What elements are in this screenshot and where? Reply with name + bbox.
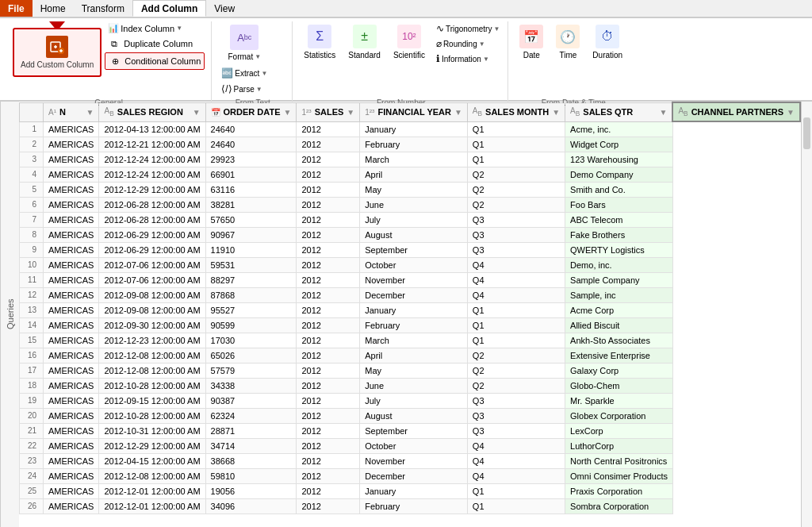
order-date-filter[interactable]: ▼ xyxy=(283,108,291,117)
table-row: 14AMERICAS2012-09-30 12:00:00 AM90599201… xyxy=(20,317,801,333)
index-column-button[interactable]: 📊 Index Column ▼ xyxy=(105,21,205,35)
parse-button[interactable]: ⟨/⟩ Parse ▼ xyxy=(218,82,270,96)
conditional-column-button[interactable]: ⊕ Conditional Column xyxy=(105,52,205,70)
col-header-sales[interactable]: 1²³ SALES ▼ xyxy=(297,102,360,121)
table-cell: Q2 xyxy=(467,378,565,393)
table-cell: Galaxy Corp xyxy=(565,363,673,378)
table-cell: Q2 xyxy=(467,363,565,378)
menu-view[interactable]: View xyxy=(206,0,243,17)
table-cell: Omni Consimer Products xyxy=(565,468,673,483)
sales-region-filter[interactable]: ▼ xyxy=(193,108,201,117)
channel-partners-filter[interactable]: ▼ xyxy=(787,108,795,117)
table-row: 9AMERICAS2012-06-29 12:00:00 AM119102012… xyxy=(20,242,801,257)
table-cell: 2012-12-29 12:00:00 AM xyxy=(99,182,205,197)
col-header-n[interactable]: A¹ N ▼ xyxy=(44,102,99,121)
table-row: 8AMERICAS2012-06-29 12:00:00 AM909672012… xyxy=(20,227,801,242)
table-cell: July xyxy=(360,393,468,408)
table-cell: AMERICAS xyxy=(44,423,99,438)
round-icon: ⌀ xyxy=(436,38,442,49)
scientific-button[interactable]: 10² Scientific xyxy=(389,21,430,63)
col-header-order-date[interactable]: 📅 ORDER DATE ▼ xyxy=(205,102,297,121)
extract-button[interactable]: 🔤 Extract ▼ xyxy=(218,66,270,80)
table-cell: AMERICAS xyxy=(44,468,99,483)
add-custom-column-button[interactable]: Add Custom Column xyxy=(13,28,102,77)
table-cell: 2012-12-08 12:00:00 AM xyxy=(99,363,205,378)
menu-file[interactable]: File xyxy=(0,0,33,17)
trigonometry-button[interactable]: ∿ Trigonometry ▼ xyxy=(433,21,503,36)
table-cell: ABC Telecom xyxy=(565,212,673,227)
table-cell: LexCorp xyxy=(565,423,673,438)
table-cell: Q1 xyxy=(467,302,565,317)
table-cell: 2012-12-01 12:00:00 AM xyxy=(99,483,205,498)
row-number-cell: 12 xyxy=(20,287,44,302)
queries-panel[interactable]: Queries xyxy=(0,102,19,527)
row-number-cell: 1 xyxy=(20,121,44,137)
menu-add-column[interactable]: Add Column xyxy=(132,0,206,17)
row-number-cell: 18 xyxy=(20,378,44,393)
table-row: 16AMERICAS2012-12-08 12:00:00 AM65026201… xyxy=(20,348,801,363)
col-header-sales-qtr[interactable]: AB SALES QTR ▼ xyxy=(565,102,673,121)
table-cell: 2012 xyxy=(297,242,360,257)
table-cell: 90387 xyxy=(205,393,297,408)
table-cell: Globo-Chem xyxy=(565,378,673,393)
menu-transform[interactable]: Transform xyxy=(74,0,132,17)
table-row: 3AMERICAS2012-12-24 12:00:00 AM299232012… xyxy=(20,152,801,167)
col-header-sales-month[interactable]: AB SALES MONTH ▼ xyxy=(467,102,565,121)
table-cell: Q1 xyxy=(467,121,565,137)
sales-month-filter[interactable]: ▼ xyxy=(552,108,560,117)
duplicate-column-button[interactable]: ⧉ Duplicate Column xyxy=(105,36,205,52)
duration-button[interactable]: ⏱ Duration xyxy=(588,21,627,63)
standard-button[interactable]: ± Standard xyxy=(343,21,385,63)
table-cell: 38668 xyxy=(205,453,297,468)
table-cell: 2012 xyxy=(297,348,360,363)
table-row: 17AMERICAS2012-12-08 12:00:00 AM57579201… xyxy=(20,363,801,378)
row-number-header xyxy=(20,102,44,121)
table-cell: Q1 xyxy=(467,333,565,348)
n-filter[interactable]: ▼ xyxy=(86,108,94,117)
table-cell: Praxis Corporation xyxy=(565,483,673,498)
add-custom-column-icon xyxy=(46,36,68,58)
menu-home[interactable]: Home xyxy=(33,0,74,17)
table-cell: 19056 xyxy=(205,483,297,498)
rounding-button[interactable]: ⌀ Rounding ▼ xyxy=(433,37,503,51)
table-cell: April xyxy=(360,167,468,182)
table-cell: July xyxy=(360,212,468,227)
table-cell: Q2 xyxy=(467,197,565,212)
statistics-button[interactable]: Σ Statistics xyxy=(299,21,340,63)
data-table-container[interactable]: A¹ N ▼ AB SALES REGION ▼ xyxy=(19,102,801,527)
index-chevron: ▼ xyxy=(176,25,182,32)
table-cell: 2012 xyxy=(297,137,360,152)
date-button[interactable]: 📅 Date xyxy=(515,21,548,63)
sales-qtr-filter[interactable]: ▼ xyxy=(660,108,668,117)
row-number-cell: 4 xyxy=(20,167,44,182)
time-button[interactable]: 🕐 Time xyxy=(551,21,584,63)
vertical-scrollbar[interactable] xyxy=(801,102,812,527)
col-header-channel-partners[interactable]: AB CHANNEL PARTNERS ▼ xyxy=(672,102,800,121)
format-button[interactable]: Abc Format ▼ xyxy=(218,21,270,64)
table-row: 26AMERICAS2012-12-01 12:00:00 AM34096201… xyxy=(20,498,801,514)
ribbon-content: Add Custom Column 📊 Index Column ▼ ⧉ Dup… xyxy=(0,17,812,112)
table-cell: Foo Bars xyxy=(565,197,673,212)
table-row: 24AMERICAS2012-12-08 12:00:00 AM59810201… xyxy=(20,468,801,483)
table-row: 13AMERICAS2012-09-08 12:00:00 AM95527201… xyxy=(20,302,801,317)
table-cell: 2012 xyxy=(297,212,360,227)
table-cell: AMERICAS xyxy=(44,438,99,453)
sales-filter[interactable]: ▼ xyxy=(347,108,354,117)
ribbon: Add Custom Column 📊 Index Column ▼ ⧉ Dup… xyxy=(0,17,812,102)
table-cell: Q3 xyxy=(467,242,565,257)
menu-bar: File Home Transform Add Column View xyxy=(0,0,812,17)
scrollbar-thumb[interactable] xyxy=(803,117,810,149)
col-header-financial-year[interactable]: 1²³ FINANCIAL YEAR ▼ xyxy=(360,102,468,121)
table-cell: AMERICAS xyxy=(44,498,99,514)
table-cell: 2012 xyxy=(297,408,360,423)
col-header-sales-region[interactable]: AB SALES REGION ▼ xyxy=(99,102,205,121)
row-number-cell: 25 xyxy=(20,483,44,498)
table-cell: October xyxy=(360,438,468,453)
table-cell: AMERICAS xyxy=(44,167,99,182)
table-cell: 2012-10-28 12:00:00 AM xyxy=(99,378,205,393)
table-cell: 2012 xyxy=(297,167,360,182)
ribbon-group-general: Add Custom Column 📊 Index Column ▼ ⧉ Dup… xyxy=(6,21,212,109)
information-button[interactable]: ℹ Information ▼ xyxy=(433,52,503,66)
table-cell: 34096 xyxy=(205,498,297,514)
financial-year-filter[interactable]: ▼ xyxy=(454,108,462,117)
